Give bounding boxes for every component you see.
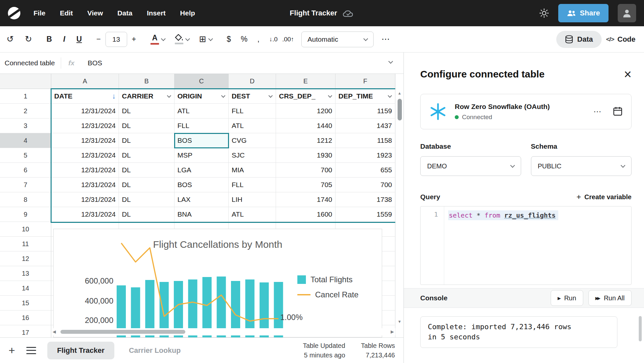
cell-B7[interactable]: DL [119, 178, 174, 192]
text-color-button[interactable]: A [150, 34, 165, 45]
cell-A6[interactable]: 12/31/2024 [51, 163, 119, 178]
connection-menu-icon[interactable]: ⋯ [593, 107, 602, 116]
row-header-17[interactable]: 17 [0, 325, 51, 337]
cell-F4[interactable]: 1158 [335, 133, 395, 148]
horizontal-scrollbar[interactable]: ◀ ▶ [51, 328, 395, 335]
sort-desc-icon[interactable]: ↓ [112, 92, 116, 100]
font-size-input[interactable]: 13 [105, 32, 127, 47]
cell-C3[interactable]: FLL [174, 118, 229, 133]
filter-chevron-icon[interactable] [268, 94, 273, 98]
cell-D2[interactable]: FLL [229, 104, 276, 118]
row-header-11[interactable]: 11 [0, 237, 51, 251]
row-header-4[interactable]: 4 [0, 133, 51, 148]
scroll-up-icon[interactable]: ▲ [396, 91, 403, 96]
vertical-scrollbar[interactable]: ▲ ▼ [395, 74, 403, 337]
cell-E6[interactable]: 700 [276, 163, 335, 178]
cell-F8[interactable]: 1738 [335, 192, 395, 207]
cell-A9[interactable]: 12/31/2024 [51, 207, 119, 222]
horizontal-scroll-thumb[interactable] [60, 330, 185, 334]
scroll-down-icon[interactable]: ▼ [396, 319, 403, 324]
font-size-increase-button[interactable]: + [132, 35, 136, 44]
row-header-3[interactable]: 3 [0, 118, 51, 133]
cell-A3[interactable]: 12/31/2024 [51, 118, 119, 133]
cell-D9[interactable]: ATL [229, 207, 276, 222]
column-header-D[interactable]: D [229, 74, 276, 89]
italic-button[interactable]: I [63, 35, 65, 44]
row-header-13[interactable]: 13 [0, 266, 51, 281]
theme-icon[interactable] [539, 8, 549, 18]
column-header-F[interactable]: F [335, 74, 395, 89]
menu-view[interactable]: View [87, 9, 103, 17]
cell-C1[interactable]: ORIGIN [174, 89, 229, 104]
data-panel-button[interactable]: Data [556, 31, 602, 48]
menu-edit[interactable]: Edit [60, 9, 73, 17]
menu-insert[interactable]: Insert [147, 9, 166, 17]
menu-help[interactable]: Help [180, 9, 195, 17]
fill-color-button[interactable] [175, 34, 189, 44]
cell-F2[interactable]: 1159 [335, 104, 395, 118]
filter-chevron-icon[interactable] [221, 94, 225, 98]
percent-format-button[interactable]: % [241, 35, 247, 44]
tab-carrier-lookup[interactable]: Carrier Lookup [129, 346, 181, 355]
filter-chevron-icon[interactable] [167, 94, 171, 98]
cell-A2[interactable]: 12/31/2024 [51, 104, 119, 118]
cell-C9[interactable]: BNA [174, 207, 229, 222]
vertical-scroll-thumb[interactable] [398, 99, 402, 120]
cell-C6[interactable]: LGA [174, 163, 229, 178]
cell-E5[interactable]: 1930 [276, 148, 335, 163]
cell-E1[interactable]: CRS_DEP_ [276, 89, 335, 104]
share-button[interactable]: Share [558, 4, 609, 22]
cell-C8[interactable]: LAX [174, 192, 229, 207]
decrease-decimal-button[interactable]: ↓.0 [269, 36, 278, 43]
database-select[interactable]: DEMO [420, 156, 521, 176]
sql-code-line[interactable]: select * from rz_us_flights [448, 210, 558, 220]
cell-D3[interactable]: ATL [229, 118, 276, 133]
add-sheet-button[interactable]: + [9, 344, 15, 357]
cell-B6[interactable]: DL [119, 163, 174, 178]
cell-E3[interactable]: 1440 [276, 118, 335, 133]
undo-button[interactable]: ↺ [7, 34, 14, 44]
row-header-5[interactable]: 5 [0, 148, 51, 163]
cell-A8[interactable]: 12/31/2024 [51, 192, 119, 207]
create-variable-button[interactable]: + Create variable [577, 192, 632, 202]
bold-button[interactable]: B [47, 35, 52, 44]
panel-scroll-thumb[interactable] [639, 316, 642, 341]
row-header-2[interactable]: 2 [0, 104, 51, 118]
sql-editor[interactable]: 1 select * from rz_us_flights [420, 206, 632, 285]
row-header-12[interactable]: 12 [0, 251, 51, 266]
cell-B9[interactable]: DL [119, 207, 174, 222]
cell-B2[interactable]: DL [119, 104, 174, 118]
cell-A1[interactable]: DATE↓ [51, 89, 119, 104]
cell-E2[interactable]: 1200 [276, 104, 335, 118]
cell-D4[interactable]: CVG [229, 133, 276, 148]
cell-B4[interactable]: DL [119, 133, 174, 148]
row-header-6[interactable]: 6 [0, 163, 51, 178]
rowzero-logo[interactable] [8, 7, 20, 19]
font-size-decrease-button[interactable]: − [96, 35, 101, 44]
cell-F6[interactable]: 655 [335, 163, 395, 178]
cell-F3[interactable]: 1437 [335, 118, 395, 133]
cell-F9[interactable]: 1559 [335, 207, 395, 222]
cell-B8[interactable]: DL [119, 192, 174, 207]
account-avatar[interactable] [618, 4, 636, 22]
scroll-right-icon[interactable]: ▶ [391, 329, 394, 334]
cell-B5[interactable]: DL [119, 148, 174, 163]
menu-file[interactable]: File [34, 9, 45, 17]
row-header-15[interactable]: 15 [0, 296, 51, 310]
run-button[interactable]: ▶ Run [551, 290, 583, 306]
formula-input[interactable]: BOS [82, 59, 102, 67]
cell-D7[interactable]: FLL [229, 178, 276, 192]
cell-D5[interactable]: SJC [229, 148, 276, 163]
close-icon[interactable]: × [624, 68, 632, 81]
column-header-A[interactable]: A [51, 74, 119, 89]
corner-cell[interactable] [0, 74, 51, 89]
row-header-7[interactable]: 7 [0, 178, 51, 192]
number-format-select[interactable]: Automatic [301, 32, 374, 47]
chart-object[interactable]: Flight Cancellations by Month 600,000400… [53, 229, 382, 337]
cell-D8[interactable]: LIH [229, 192, 276, 207]
more-options-button[interactable]: ⋯ [381, 34, 390, 44]
schedule-calendar-icon[interactable] [613, 106, 623, 117]
cell-C5[interactable]: MSP [174, 148, 229, 163]
cell-C2[interactable]: ATL [174, 104, 229, 118]
increase-decimal-button[interactable]: .00↑ [282, 36, 294, 43]
